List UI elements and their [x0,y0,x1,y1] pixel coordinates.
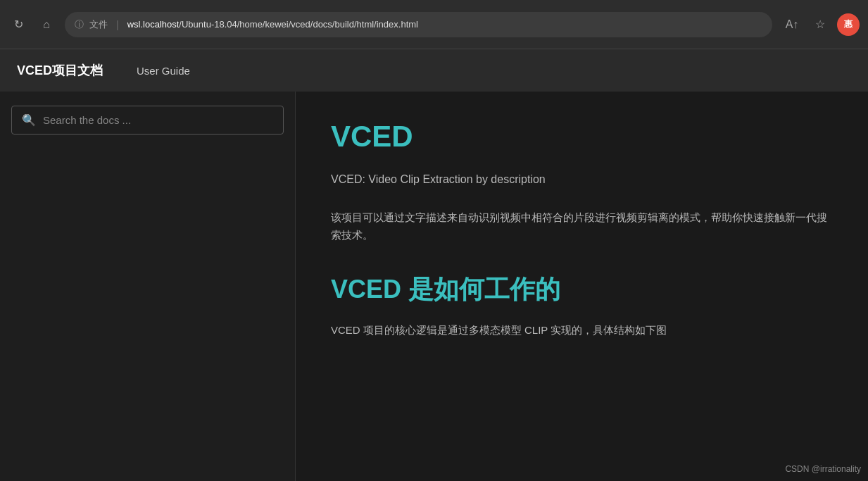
search-icon: 🔍 [22,113,36,127]
url-base: wsl.localhost [127,19,180,30]
url-path: /Ubuntu-18.04/home/kewei/vced/docs/build… [179,19,418,30]
site-header: VCED项目文档 User Guide [0,49,868,92]
site-nav: User Guide [131,62,196,80]
section-description: VCED 项目的核心逻辑是通过多模态模型 CLIP 实现的，具体结构如下图 [331,321,833,339]
home-button[interactable]: ⌂ [37,15,56,35]
browser-tools: A↑ ☆ 惠 [781,13,860,36]
content-title: VCED [331,120,833,154]
url-text: wsl.localhost/Ubuntu-18.04/home/kewei/vc… [127,19,418,30]
section-title: VCED 是如何工作的 [331,273,833,307]
browser-chrome: ↻ ⌂ ⓘ 文件 | wsl.localhost/Ubuntu-18.04/ho… [0,0,868,49]
search-box[interactable]: 🔍 Search the docs ... [11,106,284,135]
watermark: CSDN @irrationality [785,464,861,474]
content-subtitle: VCED: Video Clip Extraction by descripti… [331,170,833,189]
divider: | [116,19,119,30]
nav-user-guide[interactable]: User Guide [131,62,196,80]
info-icon: ⓘ [75,18,84,31]
font-button[interactable]: A↑ [781,13,803,36]
site-logo: VCED项目文档 [17,62,103,79]
content-description: 该项目可以通过文字描述来自动识别视频中相符合的片段进行视频剪辑离的模式，帮助你快… [331,208,833,244]
favorites-button[interactable]: ☆ [809,13,831,36]
extension-button[interactable]: 惠 [837,13,860,36]
main-layout: 🔍 Search the docs ... VCED VCED: Video C… [0,92,868,481]
search-placeholder: Search the docs ... [43,114,131,126]
address-bar[interactable]: ⓘ 文件 | wsl.localhost/Ubuntu-18.04/home/k… [65,12,772,37]
file-label: 文件 [89,18,108,31]
content-area: VCED VCED: Video Clip Extraction by desc… [296,92,868,481]
reload-button[interactable]: ↻ [8,15,28,35]
sidebar: 🔍 Search the docs ... [0,92,296,481]
